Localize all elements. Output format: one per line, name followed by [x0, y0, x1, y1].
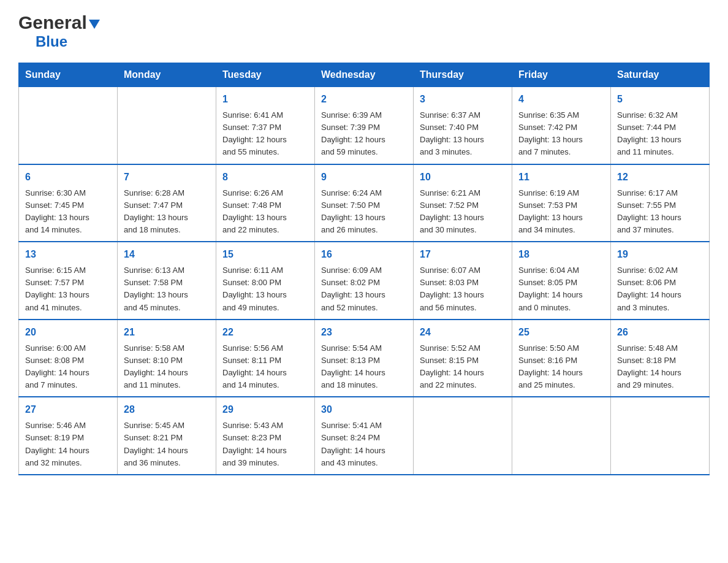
calendar-cell: [512, 397, 611, 475]
calendar-week-row: 6Sunrise: 6:30 AM Sunset: 7:45 PM Daylig…: [19, 164, 710, 242]
calendar-cell: 10Sunrise: 6:21 AM Sunset: 7:52 PM Dayli…: [414, 164, 512, 242]
day-info: Sunrise: 6:13 AM Sunset: 7:58 PM Dayligh…: [124, 264, 210, 314]
calendar-cell: 24Sunrise: 5:52 AM Sunset: 8:15 PM Dayli…: [414, 320, 512, 397]
day-number: 25: [518, 325, 604, 340]
header-day-monday: Monday: [118, 63, 216, 87]
logo-triangle-icon: [89, 20, 100, 29]
day-number: 8: [222, 170, 308, 185]
day-info: Sunrise: 5:52 AM Sunset: 8:15 PM Dayligh…: [420, 342, 506, 392]
day-number: 10: [420, 170, 506, 185]
calendar-table: SundayMondayTuesdayWednesdayThursdayFrid…: [18, 63, 710, 475]
day-number: 18: [518, 247, 604, 262]
day-info: Sunrise: 5:54 AM Sunset: 8:13 PM Dayligh…: [321, 342, 407, 392]
calendar-cell: 15Sunrise: 6:11 AM Sunset: 8:00 PM Dayli…: [216, 242, 315, 320]
day-info: Sunrise: 6:02 AM Sunset: 8:06 PM Dayligh…: [617, 264, 703, 314]
calendar-week-row: 1Sunrise: 6:41 AM Sunset: 7:37 PM Daylig…: [19, 87, 710, 164]
day-info: Sunrise: 6:00 AM Sunset: 8:08 PM Dayligh…: [25, 342, 111, 392]
calendar-cell: 22Sunrise: 5:56 AM Sunset: 8:11 PM Dayli…: [216, 320, 315, 397]
day-info: Sunrise: 6:32 AM Sunset: 7:44 PM Dayligh…: [617, 109, 703, 159]
day-number: 20: [25, 325, 111, 340]
day-info: Sunrise: 6:19 AM Sunset: 7:53 PM Dayligh…: [518, 187, 604, 237]
day-info: Sunrise: 6:28 AM Sunset: 7:47 PM Dayligh…: [124, 187, 210, 237]
day-number: 7: [124, 170, 210, 185]
day-number: 24: [420, 325, 506, 340]
day-number: 17: [420, 247, 506, 262]
day-info: Sunrise: 6:17 AM Sunset: 7:55 PM Dayligh…: [617, 187, 703, 237]
day-number: 15: [222, 247, 308, 262]
calendar-week-row: 27Sunrise: 5:46 AM Sunset: 8:19 PM Dayli…: [19, 397, 710, 475]
day-info: Sunrise: 5:56 AM Sunset: 8:11 PM Dayligh…: [222, 342, 308, 392]
day-info: Sunrise: 5:50 AM Sunset: 8:16 PM Dayligh…: [518, 342, 604, 392]
day-number: 1: [222, 92, 308, 107]
day-number: 28: [124, 402, 210, 417]
calendar-cell: 3Sunrise: 6:37 AM Sunset: 7:40 PM Daylig…: [414, 87, 512, 164]
day-info: Sunrise: 6:09 AM Sunset: 8:02 PM Dayligh…: [321, 264, 407, 314]
calendar-cell: [118, 87, 216, 164]
calendar-cell: 21Sunrise: 5:58 AM Sunset: 8:10 PM Dayli…: [118, 320, 216, 397]
calendar-cell: [19, 87, 118, 164]
day-number: 12: [617, 170, 703, 185]
day-info: Sunrise: 5:45 AM Sunset: 8:21 PM Dayligh…: [124, 419, 210, 469]
day-number: 21: [124, 325, 210, 340]
header-day-thursday: Thursday: [414, 63, 512, 87]
page-header: General Blue: [18, 12, 710, 50]
calendar-cell: 26Sunrise: 5:48 AM Sunset: 8:18 PM Dayli…: [611, 320, 710, 397]
day-number: 13: [25, 247, 111, 262]
calendar-cell: 8Sunrise: 6:26 AM Sunset: 7:48 PM Daylig…: [216, 164, 315, 242]
day-number: 5: [617, 92, 703, 107]
header-day-wednesday: Wednesday: [315, 63, 414, 87]
day-number: 14: [124, 247, 210, 262]
day-info: Sunrise: 6:04 AM Sunset: 8:05 PM Dayligh…: [518, 264, 604, 314]
calendar-cell: 29Sunrise: 5:43 AM Sunset: 8:23 PM Dayli…: [216, 397, 315, 475]
calendar-cell: 9Sunrise: 6:24 AM Sunset: 7:50 PM Daylig…: [315, 164, 414, 242]
day-number: 2: [321, 92, 407, 107]
day-info: Sunrise: 5:58 AM Sunset: 8:10 PM Dayligh…: [124, 342, 210, 392]
day-info: Sunrise: 6:26 AM Sunset: 7:48 PM Dayligh…: [222, 187, 308, 237]
logo: General Blue: [18, 12, 100, 50]
calendar-cell: 7Sunrise: 6:28 AM Sunset: 7:47 PM Daylig…: [118, 164, 216, 242]
day-number: 19: [617, 247, 703, 262]
day-number: 4: [518, 92, 604, 107]
day-info: Sunrise: 6:30 AM Sunset: 7:45 PM Dayligh…: [25, 187, 111, 237]
day-info: Sunrise: 6:41 AM Sunset: 7:37 PM Dayligh…: [222, 109, 308, 159]
day-number: 23: [321, 325, 407, 340]
calendar-cell: 20Sunrise: 6:00 AM Sunset: 8:08 PM Dayli…: [19, 320, 118, 397]
day-number: 29: [222, 402, 308, 417]
day-info: Sunrise: 6:11 AM Sunset: 8:00 PM Dayligh…: [222, 264, 308, 314]
logo-general: General: [18, 12, 87, 33]
header-day-sunday: Sunday: [19, 63, 118, 87]
calendar-cell: 6Sunrise: 6:30 AM Sunset: 7:45 PM Daylig…: [19, 164, 118, 242]
calendar-cell: [414, 397, 512, 475]
calendar-cell: 14Sunrise: 6:13 AM Sunset: 7:58 PM Dayli…: [118, 242, 216, 320]
calendar-cell: 1Sunrise: 6:41 AM Sunset: 7:37 PM Daylig…: [216, 87, 315, 164]
day-info: Sunrise: 6:37 AM Sunset: 7:40 PM Dayligh…: [420, 109, 506, 159]
header-day-friday: Friday: [512, 63, 611, 87]
calendar-cell: 12Sunrise: 6:17 AM Sunset: 7:55 PM Dayli…: [611, 164, 710, 242]
calendar-cell: 28Sunrise: 5:45 AM Sunset: 8:21 PM Dayli…: [118, 397, 216, 475]
calendar-cell: 18Sunrise: 6:04 AM Sunset: 8:05 PM Dayli…: [512, 242, 611, 320]
header-day-tuesday: Tuesday: [216, 63, 315, 87]
day-info: Sunrise: 5:46 AM Sunset: 8:19 PM Dayligh…: [25, 419, 111, 469]
day-info: Sunrise: 6:21 AM Sunset: 7:52 PM Dayligh…: [420, 187, 506, 237]
calendar-cell: 17Sunrise: 6:07 AM Sunset: 8:03 PM Dayli…: [414, 242, 512, 320]
day-number: 11: [518, 170, 604, 185]
calendar-cell: [611, 397, 710, 475]
day-info: Sunrise: 6:24 AM Sunset: 7:50 PM Dayligh…: [321, 187, 407, 237]
calendar-cell: 11Sunrise: 6:19 AM Sunset: 7:53 PM Dayli…: [512, 164, 611, 242]
calendar-week-row: 13Sunrise: 6:15 AM Sunset: 7:57 PM Dayli…: [19, 242, 710, 320]
day-number: 3: [420, 92, 506, 107]
calendar-cell: 23Sunrise: 5:54 AM Sunset: 8:13 PM Dayli…: [315, 320, 414, 397]
day-number: 27: [25, 402, 111, 417]
day-info: Sunrise: 6:07 AM Sunset: 8:03 PM Dayligh…: [420, 264, 506, 314]
day-info: Sunrise: 5:41 AM Sunset: 8:24 PM Dayligh…: [321, 419, 407, 469]
calendar-cell: 5Sunrise: 6:32 AM Sunset: 7:44 PM Daylig…: [611, 87, 710, 164]
day-info: Sunrise: 5:48 AM Sunset: 8:18 PM Dayligh…: [617, 342, 703, 392]
calendar-cell: 30Sunrise: 5:41 AM Sunset: 8:24 PM Dayli…: [315, 397, 414, 475]
day-number: 26: [617, 325, 703, 340]
logo-blue: Blue: [36, 33, 67, 50]
day-info: Sunrise: 6:39 AM Sunset: 7:39 PM Dayligh…: [321, 109, 407, 159]
calendar-cell: 4Sunrise: 6:35 AM Sunset: 7:42 PM Daylig…: [512, 87, 611, 164]
calendar-week-row: 20Sunrise: 6:00 AM Sunset: 8:08 PM Dayli…: [19, 320, 710, 397]
day-info: Sunrise: 5:43 AM Sunset: 8:23 PM Dayligh…: [222, 419, 308, 469]
calendar-cell: 27Sunrise: 5:46 AM Sunset: 8:19 PM Dayli…: [19, 397, 118, 475]
